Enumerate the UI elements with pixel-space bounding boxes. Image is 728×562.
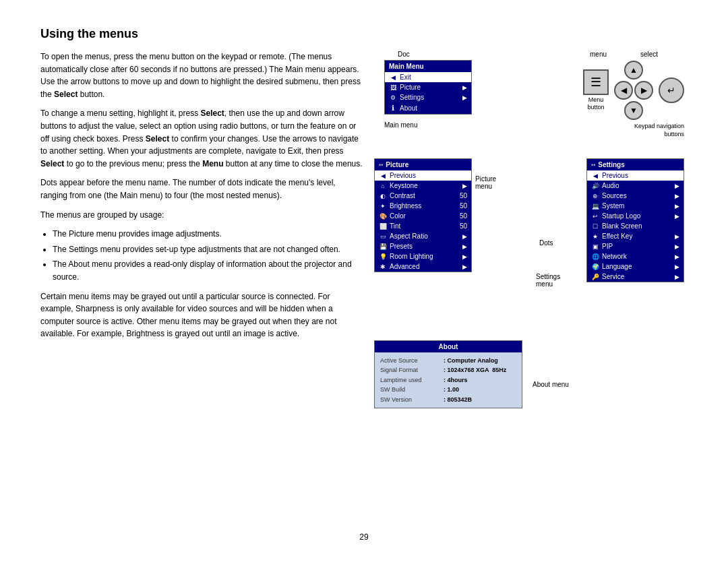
room-lighting-label: Room Lighting <box>390 253 433 260</box>
bullet-list: The Picture menu provides image adjustme… <box>53 228 364 283</box>
advanced-icon: ✱ <box>379 263 387 270</box>
settings-menu-item-system[interactable]: 💻 System ▶ <box>587 201 684 211</box>
pip-arrow: ▶ <box>675 243 679 250</box>
keystone-icon: ⌂ <box>379 183 387 189</box>
color-value: 50 <box>460 212 467 220</box>
network-label: Network <box>602 253 627 260</box>
startup-logo-arrow: ▶ <box>675 213 679 220</box>
brightness-value: 50 <box>460 202 467 210</box>
settings-menu-label: Settingsmenu <box>536 273 560 288</box>
main-menu-footer-label: Main menu <box>384 121 417 129</box>
settings-menu-item-language[interactable]: 🌍 Language ▶ <box>587 261 684 272</box>
exit-icon: ◀ <box>389 74 397 81</box>
settings-menu-item-previous[interactable]: ◀ Previous <box>587 170 684 181</box>
menu-button[interactable]: ☰ <box>583 69 609 95</box>
picture-menu-header: •• Picture <box>375 159 471 170</box>
contrast-icon: ◐ <box>379 193 387 199</box>
settings-menu-box: •• Settings ◀ Previous 🔊 Audio <box>586 158 684 282</box>
picture-menu-box: •• Picture ◀ Previous ⌂ Keystone <box>374 158 472 272</box>
contrast-label: Contrast <box>390 192 415 199</box>
advanced-arrow: ▶ <box>462 263 467 270</box>
prev-icon-set: ◀ <box>591 173 599 179</box>
blank-screen-label: Blank Screen <box>602 222 642 230</box>
pip-icon: ▣ <box>591 243 599 250</box>
select-button[interactable]: ↵ <box>659 77 684 103</box>
picture-menu-item-brightness[interactable]: ✦ Brightness 50 <box>375 201 471 211</box>
bullet-3: The About menu provides a read-only disp… <box>53 258 364 283</box>
audio-label: Audio <box>602 182 619 189</box>
settings-menu-item-effect-key[interactable]: ★ Effect Key ▶ <box>587 231 684 241</box>
main-menu-box: Main Menu ◀ Exit 🖼 Picture <box>384 60 472 115</box>
settings-menu-item-service[interactable]: 🔑 Service ▶ <box>587 272 684 282</box>
settings-menu-item-audio[interactable]: 🔊 Audio ▶ <box>587 181 684 191</box>
about-menu-body: Active Source : Computer Analog Signal F… <box>375 352 522 408</box>
previous-label-pic: Previous <box>390 172 416 179</box>
language-label: Language <box>602 263 632 270</box>
about-menu-header: About <box>375 341 522 352</box>
picture-menu-item-presets[interactable]: 💾 Presets ▶ <box>375 241 471 251</box>
picture-menu-item-color[interactable]: 🎨 Color 50 <box>375 211 471 221</box>
about-row-active-source: Active Source : Computer Analog <box>380 356 516 365</box>
keystone-label: Keystone <box>390 182 418 189</box>
presets-arrow: ▶ <box>462 243 467 250</box>
picture-menu-item-keystone[interactable]: ⌂ Keystone ▶ <box>375 181 471 191</box>
about-active-source-value: : Computer Analog <box>444 356 498 365</box>
main-menu-item-about[interactable]: ℹ About <box>385 102 471 114</box>
tint-icon: ⬜ <box>379 223 387 230</box>
previous-label-set: Previous <box>602 172 628 179</box>
presets-label: Presets <box>390 243 413 250</box>
main-menu-item-exit[interactable]: ◀ Exit <box>385 72 471 82</box>
settings-label-main: Settings <box>400 94 424 101</box>
paragraph-2: To change a menu setting, highlight it, … <box>40 107 364 170</box>
picture-menu-title: Picture <box>386 161 408 168</box>
sources-arrow: ▶ <box>675 193 679 199</box>
about-sw-version-value: : 805342B <box>444 395 472 404</box>
system-icon: 💻 <box>591 203 599 210</box>
main-menu-item-settings[interactable]: ⚙ Settings ▶ <box>385 92 471 102</box>
aspect-label: Aspect Ratio <box>390 232 428 240</box>
paragraph-4: The menus are grouped by usage: <box>40 209 364 222</box>
about-active-source-label: Active Source <box>380 356 441 365</box>
startup-logo-label: Startup Logo <box>602 212 640 220</box>
system-arrow: ▶ <box>675 203 679 210</box>
about-label: About <box>400 104 417 112</box>
settings-menu-item-startup-logo[interactable]: ↩ Startup Logo ▶ <box>587 211 684 221</box>
exit-label: Exit <box>400 73 411 81</box>
picture-menu-item-tint[interactable]: ⬜ Tint 50 <box>375 221 471 231</box>
right-column: Doc Main Menu ◀ Exit � <box>364 51 688 347</box>
about-menu-box: About Active Source : Computer Analog Si… <box>374 340 522 408</box>
settings-arrow: ▶ <box>462 94 467 101</box>
pip-label: PIP <box>602 243 613 250</box>
service-icon: 🔑 <box>591 274 599 280</box>
about-sw-build-label: SW Build <box>380 385 441 394</box>
service-label: Service <box>602 273 624 280</box>
effect-key-label: Effect Key <box>602 232 632 240</box>
main-menu-item-picture[interactable]: 🖼 Picture ▶ <box>385 82 471 92</box>
settings-menu-item-blank-screen[interactable]: ☐ Blank Screen <box>587 221 684 231</box>
picture-menu-item-contrast[interactable]: ◐ Contrast 50 <box>375 191 471 201</box>
settings-menu-item-sources[interactable]: ⊕ Sources ▶ <box>587 191 684 201</box>
about-signal-format-value: : 1024x768 XGA 85Hz <box>444 365 506 375</box>
about-signal-format-label: Signal Format <box>380 365 441 375</box>
picture-menu-item-advanced[interactable]: ✱ Advanced ▶ <box>375 261 471 272</box>
about-icon: ℹ <box>389 104 397 113</box>
page-number: 29 <box>359 532 368 542</box>
picture-menu-item-aspect[interactable]: ▭ Aspect Ratio ▶ <box>375 231 471 241</box>
menu-button-label: Menubutton <box>587 96 604 111</box>
effect-key-arrow: ▶ <box>675 233 679 240</box>
picture-menu-item-room-lighting[interactable]: 💡 Room Lighting ▶ <box>375 251 471 261</box>
tint-value: 50 <box>460 222 467 230</box>
picture-menu-item-previous[interactable]: ◀ Previous <box>375 170 471 181</box>
about-sw-build-value: : 1.00 <box>444 385 459 394</box>
settings-menu-item-network[interactable]: 🌐 Network ▶ <box>587 251 684 261</box>
left-arrow-button[interactable]: ◀ <box>614 81 633 100</box>
contrast-value: 50 <box>460 192 467 199</box>
up-arrow-button[interactable]: ▲ <box>624 61 643 80</box>
right-arrow-button[interactable]: ▶ <box>634 81 653 100</box>
sources-label: Sources <box>602 192 627 199</box>
menus-area: Doc Main Menu ◀ Exit � <box>364 51 688 347</box>
down-arrow-button[interactable]: ▼ <box>624 101 643 120</box>
settings-menu-item-pip[interactable]: ▣ PIP ▶ <box>587 241 684 251</box>
color-icon: 🎨 <box>379 213 387 220</box>
language-arrow: ▶ <box>675 263 679 270</box>
